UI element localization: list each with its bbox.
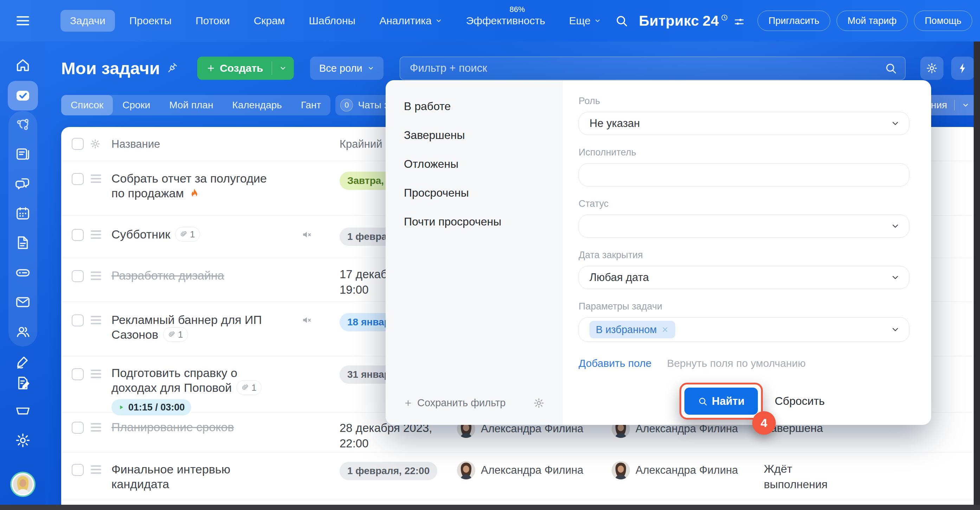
save-filter-button[interactable]: Сохранить фильтр xyxy=(417,397,506,409)
sidebar-item-newsfeed-icon[interactable] xyxy=(15,146,31,162)
task-title[interactable]: Разработка дизайна xyxy=(111,268,298,283)
nav-tab-tasks[interactable]: Задачи xyxy=(60,10,115,32)
preset-in-progress[interactable]: В работе xyxy=(404,100,562,113)
add-field-link[interactable]: Добавить поле xyxy=(579,357,651,369)
sidebar-item-home-icon[interactable] xyxy=(15,57,31,73)
row-checkbox[interactable] xyxy=(72,464,84,476)
find-button[interactable]: Найти xyxy=(684,387,758,415)
attachments-chip[interactable]: 1 xyxy=(163,327,188,342)
table-row[interactable]: Финальное интервью кандидата 1 февраля, … xyxy=(61,453,980,500)
attachments-chip[interactable]: 1 xyxy=(237,380,261,395)
row-checkbox[interactable] xyxy=(72,173,84,185)
row-checkbox[interactable] xyxy=(72,270,84,282)
restore-fields-link[interactable]: Вернуть поля по умолчанию xyxy=(667,357,806,369)
tutorial-step-badge: 4 xyxy=(752,411,776,435)
view-tab-deadlines[interactable]: Сроки xyxy=(113,95,159,115)
sidebar-item-hr-icon[interactable] xyxy=(15,324,31,340)
pin-page-icon[interactable] xyxy=(165,62,178,75)
topbar-right: Битрикс 24 Пригласить Мой тариф Помощь xyxy=(615,11,980,31)
sidebar-item-calendar-icon[interactable] xyxy=(15,206,31,222)
table-settings-gear-icon[interactable] xyxy=(90,139,100,149)
automation-button[interactable] xyxy=(951,57,974,80)
drag-handle-icon[interactable] xyxy=(91,465,101,474)
view-settings-button[interactable] xyxy=(920,57,943,80)
roles-filter-button[interactable]: Все роли xyxy=(310,57,383,80)
task-title[interactable]: Субботник 1 xyxy=(111,227,298,242)
task-setter[interactable]: Александра Филина xyxy=(457,461,584,480)
task-title[interactable]: Финальное интервью кандидата xyxy=(111,462,298,491)
drag-handle-icon[interactable] xyxy=(91,370,101,378)
role-select[interactable]: Не указан xyxy=(579,112,909,135)
sidebar-item-mail-icon[interactable] xyxy=(15,294,31,310)
attachments-chip[interactable]: 1 xyxy=(175,227,200,242)
nav-tab-analytics[interactable]: Аналитика xyxy=(370,10,452,32)
filter-settings-gear-icon[interactable] xyxy=(533,397,544,409)
row-checkbox[interactable] xyxy=(72,229,84,241)
status-select[interactable] xyxy=(579,215,909,238)
reset-button[interactable]: Сбросить xyxy=(775,391,825,411)
view-tab-calendar[interactable]: Календарь xyxy=(223,95,291,115)
close-date-select[interactable]: Любая дата xyxy=(579,266,909,289)
my-tariff-button[interactable]: Мой тариф xyxy=(837,11,908,31)
view-tabs: Список Сроки Мой план Календарь Гант 0 Ч… xyxy=(61,95,419,115)
preset-deferred[interactable]: Отложены xyxy=(404,158,562,171)
row-checkbox[interactable] xyxy=(72,314,84,327)
sidebar-item-drive-icon[interactable] xyxy=(15,265,31,280)
view-tab-gantt[interactable]: Гант xyxy=(291,95,331,115)
create-task-button[interactable]: Создать xyxy=(197,57,294,80)
preset-almost-overdue[interactable]: Почти просрочены xyxy=(404,215,562,228)
invite-button[interactable]: Пригласить xyxy=(757,11,830,31)
view-tab-list[interactable]: Список xyxy=(61,95,113,115)
nav-tab-scrum[interactable]: Скрам xyxy=(244,10,294,32)
create-dropdown-caret[interactable] xyxy=(272,57,294,80)
sidebar-item-messenger-icon[interactable] xyxy=(15,176,31,192)
play-icon xyxy=(118,404,125,411)
task-assignee[interactable]: Александра Филина xyxy=(612,461,738,480)
assignee-input[interactable] xyxy=(579,163,909,186)
task-title[interactable]: Планирование сроков xyxy=(111,419,298,434)
row-checkbox[interactable] xyxy=(72,422,84,434)
sidebar-item-settings-icon[interactable] xyxy=(15,432,31,448)
task-title[interactable]: Подготовить справку о доходах для Попово… xyxy=(111,365,298,415)
row-checkbox[interactable] xyxy=(72,368,84,380)
deadline-text: 28 декабря 2023, 22:00 xyxy=(340,420,455,451)
plus-icon xyxy=(206,64,215,73)
chevron-down-icon xyxy=(891,325,900,334)
interface-settings-icon[interactable] xyxy=(733,16,745,27)
sidebar-item-tasks-active[interactable] xyxy=(8,81,38,110)
select-all-checkbox[interactable] xyxy=(72,138,84,150)
task-title[interactable]: Рекламный баннер для ИП Сазонов 1 xyxy=(111,312,298,342)
remove-tag-icon[interactable] xyxy=(661,326,669,333)
view-tab-myplan[interactable]: Мой план xyxy=(159,95,223,115)
sidebar-item-flows-icon[interactable] xyxy=(15,116,31,132)
nav-tab-templates[interactable]: Шаблоны xyxy=(299,10,365,32)
nav-tab-efficiency[interactable]: 86%Эффективность xyxy=(457,10,555,32)
preset-overdue[interactable]: Просрочены xyxy=(404,186,562,199)
preset-completed[interactable]: Завершены xyxy=(404,129,562,142)
main-menu-icon[interactable] xyxy=(0,16,46,26)
sidebar-item-documents-icon[interactable] xyxy=(15,234,31,251)
sidebar-item-esignature-icon[interactable] xyxy=(15,354,31,370)
sidebar xyxy=(0,41,46,510)
drag-handle-icon[interactable] xyxy=(91,423,101,432)
deadline-badge[interactable]: 1 февраля, 22:00 xyxy=(340,462,437,480)
search-icon[interactable] xyxy=(885,62,897,75)
favorites-tag[interactable]: В избранном xyxy=(589,321,675,338)
drag-handle-icon[interactable] xyxy=(91,316,101,324)
nav-tab-projects[interactable]: Проекты xyxy=(120,10,181,32)
task-title[interactable]: Собрать отчет за полугодие по продажам xyxy=(111,171,298,201)
help-button[interactable]: Помощь xyxy=(914,11,972,31)
nav-tab-more[interactable]: Еще xyxy=(560,10,611,32)
drag-handle-icon[interactable] xyxy=(91,271,101,280)
paperclip-icon xyxy=(180,230,188,238)
user-avatar[interactable] xyxy=(11,473,34,496)
sidebar-item-market-icon[interactable] xyxy=(15,403,31,419)
drag-handle-icon[interactable] xyxy=(91,230,101,239)
task-params-select[interactable]: В избранном xyxy=(579,317,909,342)
drag-handle-icon[interactable] xyxy=(91,174,101,183)
column-header-name[interactable]: Название xyxy=(111,138,160,151)
global-search-icon[interactable] xyxy=(615,14,628,27)
filter-search-input[interactable] xyxy=(400,57,905,80)
nav-tab-flows[interactable]: Потоки xyxy=(186,10,239,32)
sidebar-item-docedit-icon[interactable] xyxy=(15,375,31,391)
